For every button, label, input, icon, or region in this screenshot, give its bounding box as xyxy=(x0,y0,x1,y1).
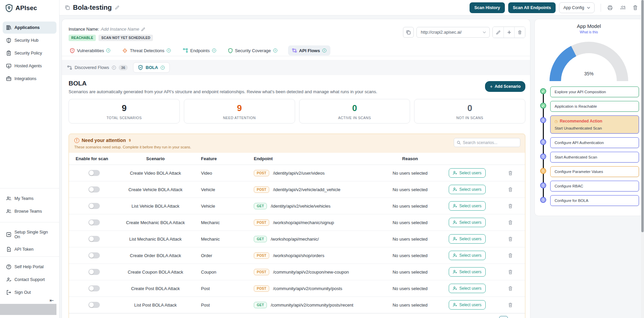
copy-icon[interactable] xyxy=(65,5,70,10)
sidebar-item-hosted-agents[interactable]: Hosted Agents xyxy=(3,60,56,72)
select-users-button[interactable]: Select users xyxy=(449,218,485,227)
subtab-discovered-flows[interactable]: Discovered Flows i 36 xyxy=(67,65,128,70)
tab-vulnerabilities[interactable]: Vulnerabilities i xyxy=(69,45,112,56)
endpoint-path: /identity/api/v2/vehicle/add_vehicle xyxy=(273,187,340,192)
edit-url-button[interactable] xyxy=(493,27,504,38)
arrow-box-icon xyxy=(6,232,11,237)
token-file-icon xyxy=(6,247,11,252)
select-users-button[interactable]: Select users xyxy=(449,234,485,244)
stat-value: 0 xyxy=(352,103,357,113)
app-model-step[interactable]: ✓ Explore your API Composition xyxy=(540,86,639,97)
app-model-step[interactable]: ! Configure API Authentication xyxy=(540,137,639,148)
endpoints-icon xyxy=(183,48,188,53)
sidebar-item-integrations[interactable]: Integrations xyxy=(3,73,56,85)
select-users-button[interactable]: Select users xyxy=(449,251,485,260)
page-number[interactable]: 1 xyxy=(499,316,508,318)
tab-api-flows[interactable]: API Flows i xyxy=(288,45,330,56)
step-status-icon: ! xyxy=(540,153,546,160)
sidebar-item-sign-out[interactable]: Sign Out xyxy=(3,286,56,298)
scan-schedule-badge: SCAN NOT YET SCHEDULED xyxy=(98,35,153,41)
divider xyxy=(601,4,601,12)
sidebar-item-setup-sso[interactable]: Setup Single Sign On xyxy=(3,226,56,243)
app-config-dropdown[interactable]: App Config xyxy=(559,2,595,13)
app-model-step[interactable]: ✓ Application is Reachable xyxy=(540,101,639,112)
sidebar-collapse-icon[interactable]: ⇤ xyxy=(49,297,54,304)
add-url-button[interactable] xyxy=(504,27,514,38)
select-users-button[interactable]: Select users xyxy=(449,185,485,194)
enable-scan-toggle[interactable] xyxy=(88,285,100,291)
add-scenario-button[interactable]: + Add Scenario xyxy=(485,81,525,92)
info-icon[interactable]: i xyxy=(112,66,116,70)
sidebar-item-browse-teams[interactable]: Browse Teams xyxy=(3,205,56,217)
info-icon[interactable]: i xyxy=(273,48,277,52)
delete-url-button[interactable] xyxy=(514,27,525,38)
sidebar-item-applications[interactable]: Applications xyxy=(3,22,56,34)
sidebar-item-api-token[interactable]: API Token xyxy=(3,243,56,255)
scan-all-endpoints-button[interactable]: Scan All Endpoints xyxy=(508,2,556,13)
edit-pencil-icon[interactable] xyxy=(141,27,145,31)
delete-scenario-icon[interactable] xyxy=(508,170,513,176)
sidebar-item-security-policy[interactable]: Security Policy xyxy=(3,47,56,59)
sidebar-item-contact-support[interactable]: Contact Support xyxy=(3,274,56,286)
select-users-button[interactable]: Select users xyxy=(449,267,485,277)
method-badge: POST xyxy=(254,252,269,259)
copy-url-button[interactable] xyxy=(403,27,414,38)
delete-scenario-icon[interactable] xyxy=(508,203,513,209)
enable-scan-toggle[interactable] xyxy=(88,219,100,225)
instance-name-placeholder[interactable]: Add Instance Name xyxy=(101,27,139,32)
app-model-step[interactable]: ! Configure RBAC xyxy=(540,181,639,191)
enable-scan-toggle[interactable] xyxy=(88,302,100,308)
info-icon[interactable]: i xyxy=(161,66,165,70)
info-icon[interactable]: i xyxy=(106,48,110,52)
endpoint-path: /community/api/v2/community/posts xyxy=(273,286,342,291)
info-icon[interactable]: i xyxy=(322,48,326,52)
enable-scan-toggle[interactable] xyxy=(88,170,100,176)
what-is-this-link[interactable]: What is this xyxy=(539,30,639,34)
info-icon[interactable]: i xyxy=(212,48,216,52)
subtab-bola[interactable]: BOLA i xyxy=(133,62,170,73)
endpoint-path: /identity/api/v2/vehicle/vehicles xyxy=(271,204,330,209)
tab-endpoints[interactable]: Endpoints i xyxy=(182,45,217,56)
reason-text: No users selected xyxy=(381,303,439,308)
enable-scan-toggle[interactable] xyxy=(88,203,100,209)
app-model-step[interactable]: ! Configure Parameter Values xyxy=(540,166,639,177)
tab-threat-detections[interactable]: Threat Detections i xyxy=(121,45,172,56)
vertical-scrollbar[interactable] xyxy=(641,0,644,318)
enable-scan-toggle[interactable] xyxy=(88,269,100,275)
app-model-step[interactable]: ! ◷ Recommended Action Start Unauthentic… xyxy=(540,115,639,134)
delete-scenario-icon[interactable] xyxy=(508,187,513,192)
tab-label: API Flows xyxy=(299,48,320,53)
instance-url-select[interactable]: http://crapi2.apisec.ai/ xyxy=(416,27,490,38)
delete-scenario-icon[interactable] xyxy=(508,236,513,242)
scrollbar-thumb[interactable] xyxy=(641,0,644,232)
delete-scenario-icon[interactable] xyxy=(508,220,513,225)
sidebar-item-self-help[interactable]: Self Help Portal xyxy=(3,261,56,273)
delete-scenario-icon[interactable] xyxy=(508,253,513,258)
trash-icon[interactable] xyxy=(633,5,638,10)
sidebar-item-security-hub[interactable]: Security Hub xyxy=(3,34,56,46)
analytics-chart-icon[interactable] xyxy=(620,5,626,11)
info-icon[interactable]: i xyxy=(167,48,171,52)
enable-scan-toggle[interactable] xyxy=(88,236,100,242)
tab-security-coverage[interactable]: Security Coverage i xyxy=(227,45,279,56)
scenario-search[interactable] xyxy=(454,138,520,147)
select-users-button[interactable]: Select users xyxy=(449,201,485,211)
enable-scan-toggle[interactable] xyxy=(88,186,100,192)
select-users-button[interactable]: Select users xyxy=(449,284,485,293)
select-users-button[interactable]: Select users xyxy=(449,168,485,178)
delete-scenario-icon[interactable] xyxy=(508,286,513,291)
edit-pencil-icon[interactable] xyxy=(115,5,119,10)
delete-scenario-icon[interactable] xyxy=(508,302,513,308)
app-model-step[interactable]: ! Configure for BOLA xyxy=(540,195,639,206)
sidebar-item-my-teams[interactable]: My Teams xyxy=(3,192,56,205)
printer-icon[interactable] xyxy=(607,5,613,11)
reason-text: No users selected xyxy=(381,220,439,225)
scan-history-button[interactable]: Scan History xyxy=(470,2,505,13)
table-header-row: Enable for scan Scenario Feature Endpoin… xyxy=(69,153,525,165)
search-input[interactable] xyxy=(463,140,517,145)
enable-scan-toggle[interactable] xyxy=(88,252,100,258)
select-users-button[interactable]: Select users xyxy=(449,300,485,310)
gauge-percent: 35% xyxy=(545,71,633,76)
app-model-step[interactable]: ! Start Authenticated Scan xyxy=(540,152,639,163)
delete-scenario-icon[interactable] xyxy=(508,269,513,275)
